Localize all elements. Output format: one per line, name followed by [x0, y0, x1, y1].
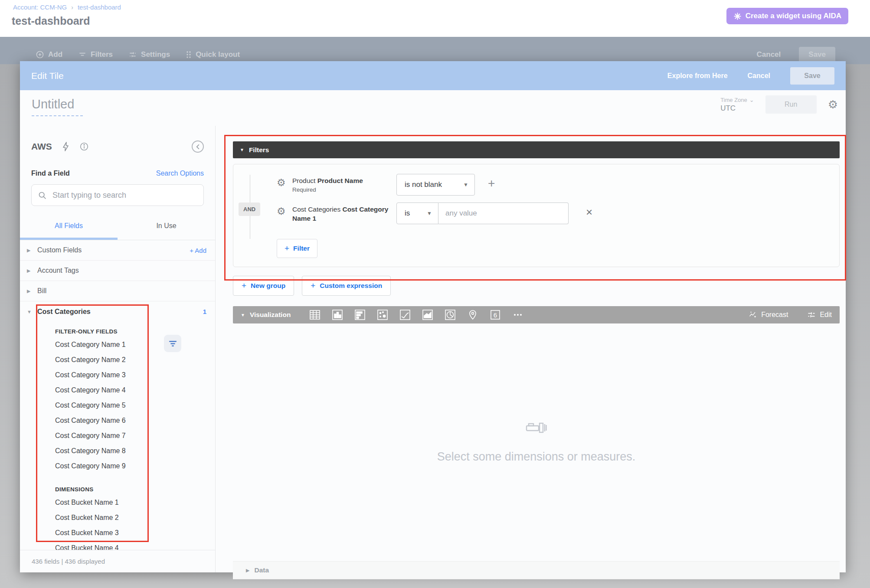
filter-required-note: Required — [292, 186, 396, 193]
search-options-link[interactable]: Search Options — [156, 170, 204, 177]
single-value-chart-icon[interactable]: 6 — [489, 309, 501, 321]
collapse-sidebar-icon[interactable] — [192, 140, 204, 153]
search-icon — [38, 191, 47, 200]
filter-only-fields-header: FILTER-ONLY FIELDS — [55, 328, 215, 337]
tab-all-fields[interactable]: All Fields — [20, 222, 118, 240]
dimensions-header: DIMENSIONS — [55, 486, 215, 495]
new-group-button[interactable]: + New group — [233, 276, 294, 296]
filter-row-product-name: ⚙ Product Product Name Required is not b… — [233, 174, 839, 196]
pie-chart-icon[interactable] — [444, 309, 456, 321]
field-item[interactable]: Cost Category Name 6 — [55, 413, 215, 428]
chevron-down-icon: ⌄ — [749, 97, 754, 103]
sidebar-item-bill[interactable]: ▶ Bill — [20, 281, 215, 301]
create-widget-aida-button[interactable]: Create a widget using AIDA — [726, 8, 848, 24]
column-chart-icon[interactable] — [331, 309, 343, 321]
modal-cancel-button[interactable]: Cancel — [748, 72, 770, 80]
filter-field-group: Product — [292, 177, 315, 184]
tile-editor-main: ▼ Filters AND ⚙ Product Product Name Req… — [216, 126, 846, 572]
breadcrumb: Account: CCM-NG › test-dashboard — [13, 3, 121, 11]
visualization-section-header[interactable]: ▼ Visualization — [233, 306, 840, 323]
caret-down-icon: ▼ — [241, 313, 245, 317]
field-picker-sidebar: AWS Find a Field Search Options — [20, 126, 216, 572]
svg-text:6: 6 — [494, 311, 497, 319]
and-connector-chip[interactable]: AND — [239, 203, 260, 216]
forecast-button[interactable]: Forecast — [749, 310, 788, 319]
dashboard-toolbar: Add Filters Settings Quick layout Cancel… — [0, 37, 870, 64]
field-item[interactable]: Cost Category Name 8 — [55, 443, 215, 458]
chevron-right-icon: ▶ — [27, 268, 37, 274]
field-item[interactable]: Cost Bucket Name 1 — [55, 495, 215, 510]
toolbar-filters-button[interactable]: Filters — [78, 50, 113, 59]
field-search-box[interactable] — [31, 184, 204, 206]
add-filter-button[interactable]: + Filter — [277, 239, 317, 258]
sidebar-item-cost-categories[interactable]: ▼ Cost Categories 1 — [20, 301, 215, 322]
chevron-right-icon: ▶ — [27, 288, 37, 294]
remove-filter-icon[interactable]: × — [586, 206, 592, 218]
page-title: test-dashboard — [12, 15, 90, 27]
explore-from-here-link[interactable]: Explore from Here — [667, 72, 728, 80]
operator-dropdown[interactable]: is not blank ▼ — [396, 174, 475, 196]
field-item[interactable]: Cost Category Name 5 — [55, 398, 215, 413]
caret-down-icon: ▼ — [240, 147, 244, 152]
chevron-right-icon: ▶ — [27, 248, 37, 253]
operator-dropdown[interactable]: is ▼ — [396, 203, 438, 224]
find-a-field-label: Find a Field — [31, 170, 70, 177]
run-button[interactable]: Run — [765, 95, 817, 114]
cost-categories-field-list: FILTER-ONLY FIELDS Cost Category Name 1 … — [20, 328, 215, 555]
map-chart-icon[interactable] — [467, 309, 478, 321]
data-section-header[interactable]: ▶ Data — [233, 561, 840, 579]
toolbar-quick-layout-button[interactable]: Quick layout — [186, 50, 240, 59]
toolbar-settings-button[interactable]: Settings — [128, 50, 170, 59]
field-search-input[interactable] — [52, 191, 197, 200]
forecast-sparkle-icon — [749, 310, 757, 319]
toolbar-save-button[interactable]: Save — [799, 47, 835, 62]
add-value-plus-icon[interactable]: + — [488, 177, 495, 189]
chevron-down-icon: ▼ — [27, 309, 37, 314]
field-item[interactable]: Cost Category Name 2 — [55, 352, 215, 367]
field-item[interactable]: Cost Category Name 4 — [55, 382, 215, 398]
filter-field-name: Product Name — [317, 177, 363, 184]
cost-categories-count-badge: 1 — [203, 308, 206, 315]
field-item[interactable]: Cost Category Name 3 — [55, 367, 215, 382]
sidebar-item-account-tags[interactable]: ▶ Account Tags — [20, 261, 215, 281]
breadcrumb-account-link[interactable]: Account: CCM-NG — [13, 3, 67, 11]
tab-in-use[interactable]: In Use — [118, 222, 215, 240]
field-item[interactable]: Cost Bucket Name 3 — [55, 525, 215, 540]
sidebar-item-custom-fields[interactable]: ▶ Custom Fields + Add — [20, 240, 215, 261]
field-item[interactable]: Cost Category Name 9 — [55, 458, 215, 474]
field-item[interactable]: Cost Category Name 1 — [55, 337, 215, 352]
more-chart-types-icon[interactable] — [512, 309, 523, 321]
flashlight-icon — [525, 421, 548, 434]
plus-icon: + — [242, 281, 246, 291]
gear-icon[interactable]: ⚙ — [277, 206, 292, 216]
page-header: Account: CCM-NG › test-dashboard test-da… — [0, 0, 870, 37]
lightning-bolt-icon — [62, 142, 69, 151]
plus-icon: + — [311, 281, 315, 291]
field-filter-button[interactable] — [164, 335, 181, 352]
custom-expression-button[interactable]: + Custom expression — [302, 276, 391, 296]
settings-gear-icon[interactable]: ⚙ — [828, 98, 838, 111]
line-chart-icon[interactable] — [399, 309, 411, 321]
info-icon[interactable] — [79, 142, 89, 151]
field-item[interactable]: Cost Bucket Name 2 — [55, 510, 215, 525]
timezone-value: UTC — [720, 104, 754, 113]
area-chart-icon[interactable] — [422, 309, 433, 321]
breadcrumb-current[interactable]: test-dashboard — [78, 3, 121, 11]
toolbar-add-button[interactable]: Add — [36, 50, 62, 59]
filter-value-input[interactable] — [438, 203, 569, 224]
table-chart-icon[interactable] — [309, 309, 321, 321]
explore-title: AWS — [31, 141, 52, 152]
edit-visualization-button[interactable]: Edit — [807, 310, 832, 319]
gear-icon[interactable]: ⚙ — [277, 178, 292, 188]
scatter-chart-icon[interactable] — [376, 309, 388, 321]
bar-chart-icon[interactable] — [354, 309, 366, 321]
timezone-selector[interactable]: Time Zone ⌄ UTC — [720, 97, 754, 113]
filter-lines-icon — [78, 50, 87, 59]
tile-name-input[interactable]: Untitled — [32, 97, 74, 111]
modal-save-button[interactable]: Save — [790, 67, 834, 85]
custom-fields-add-button[interactable]: + Add — [190, 247, 206, 254]
toolbar-cancel-button[interactable]: Cancel — [757, 50, 781, 59]
filters-section-header[interactable]: ▼ Filters — [233, 141, 840, 158]
field-item[interactable]: Cost Category Name 7 — [55, 428, 215, 443]
chart-type-picker: 6 — [309, 309, 523, 321]
